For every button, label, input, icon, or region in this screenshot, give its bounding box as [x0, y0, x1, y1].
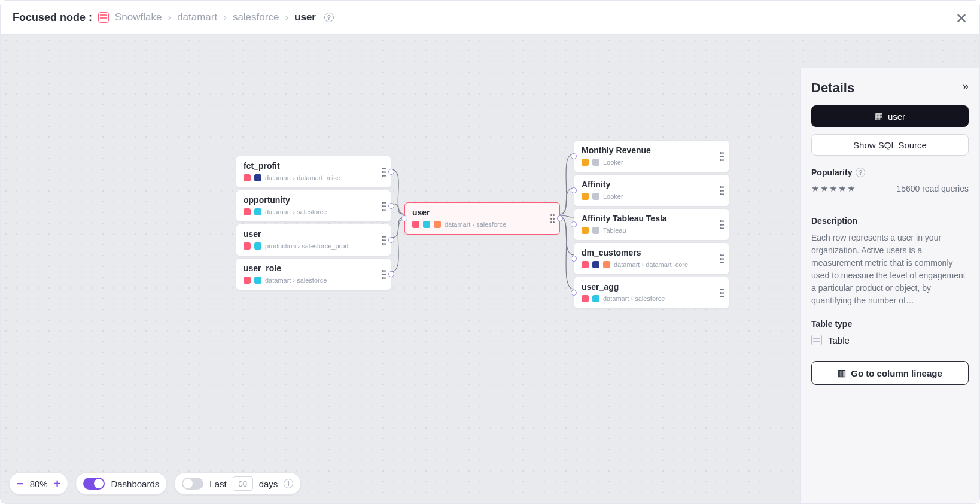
node-port-left[interactable]: [571, 290, 577, 296]
node-path: datamart › salesforce: [603, 295, 665, 302]
node-title: user_role: [244, 263, 384, 273]
entity-chip: ▦ user: [811, 105, 969, 127]
zoom-out-button[interactable]: −: [17, 477, 24, 491]
node-port-left[interactable]: [571, 187, 577, 193]
source-icon: [592, 193, 599, 200]
node-port-left[interactable]: [571, 256, 577, 262]
days-input[interactable]: [233, 476, 253, 491]
node-port-right[interactable]: [557, 215, 563, 221]
lineage-node-downstream[interactable]: Affinity Looker: [574, 174, 729, 207]
last-label: Last: [209, 479, 226, 489]
node-title: dm_customers: [582, 248, 722, 257]
source-icon: [423, 221, 430, 228]
node-title: user: [412, 208, 552, 217]
show-sql-button[interactable]: Show SQL Source: [811, 134, 969, 156]
lineage-node-focused[interactable]: user datamart › salesforce: [404, 202, 560, 235]
drag-handle-icon[interactable]: [719, 145, 724, 167]
source-icon: [244, 277, 251, 284]
drag-handle-icon[interactable]: [381, 263, 386, 285]
source-icon: [592, 227, 599, 234]
chevron-right-icon: ›: [285, 11, 288, 23]
source-icon: [582, 159, 589, 166]
node-port-left[interactable]: [571, 153, 577, 159]
popularity-value: 15600 read queries: [896, 184, 969, 193]
node-path: Tableau: [603, 227, 626, 234]
node-port-right[interactable]: [388, 271, 394, 277]
dashboards-toggle-control: Dashboards: [75, 472, 167, 495]
source-icon: [434, 221, 441, 228]
node-title: fct_profit: [244, 161, 384, 171]
zoom-in-button[interactable]: +: [54, 477, 61, 491]
node-port-left[interactable]: [401, 215, 407, 221]
node-title: Affinity: [582, 180, 722, 189]
table-icon: ▦: [875, 111, 883, 122]
drag-handle-icon[interactable]: [719, 214, 724, 235]
description-text: Each row represents a user in your organ…: [811, 232, 969, 307]
drag-handle-icon[interactable]: [719, 282, 724, 303]
node-port-right[interactable]: [388, 203, 394, 209]
node-port-left[interactable]: [571, 221, 577, 227]
breadcrumb-item[interactable]: datamart: [177, 11, 217, 23]
table-source-icon: [98, 12, 109, 23]
drag-handle-icon[interactable]: [550, 208, 555, 229]
lineage-node-upstream[interactable]: opportunity datamart › salesforce: [236, 190, 391, 222]
close-icon[interactable]: ✕: [955, 10, 967, 27]
breadcrumb-item[interactable]: Snowflake: [115, 11, 162, 23]
breadcrumb: Snowflake › datamart › salesforce › user…: [115, 11, 334, 23]
lineage-node-upstream[interactable]: user_role datamart › salesforce: [236, 258, 391, 290]
breadcrumb-item[interactable]: salesforce: [233, 11, 279, 23]
info-icon[interactable]: ?: [856, 168, 865, 177]
collapse-panel-icon[interactable]: »: [963, 80, 969, 93]
node-path: datamart › salesforce: [265, 208, 327, 215]
table-type-label: Table type: [811, 319, 969, 329]
entity-chip-label: user: [888, 111, 905, 122]
lineage-node-upstream[interactable]: fct_profit datamart › datamart_misc: [236, 156, 391, 188]
chevron-right-icon: ›: [168, 11, 171, 23]
node-path: production › salesforce_prod: [265, 242, 348, 250]
breadcrumb-item-current: user: [294, 11, 316, 23]
breadcrumb-bar: Focused node : Snowflake › datamart › sa…: [1, 1, 979, 34]
info-icon[interactable]: ?: [324, 13, 334, 22]
table-type-value: Table: [828, 335, 850, 345]
canvas-controls: − 80% + Dashboards Last days i: [9, 472, 301, 495]
source-icon: [254, 242, 261, 250]
table-icon: [811, 335, 822, 345]
source-icon: [244, 242, 251, 250]
source-icon: [592, 295, 599, 302]
last-days-toggle[interactable]: [182, 478, 203, 490]
node-title: opportunity: [244, 195, 384, 205]
source-icon: [582, 227, 589, 234]
drag-handle-icon[interactable]: [381, 195, 386, 217]
dashboards-toggle[interactable]: [83, 478, 105, 490]
source-icon: [582, 295, 589, 302]
column-lineage-label: Go to column lineage: [851, 368, 942, 378]
node-path: Looker: [603, 193, 623, 200]
node-title: Affinity Tableau Tesla: [582, 214, 722, 223]
drag-handle-icon[interactable]: [381, 161, 386, 183]
source-icon: [244, 174, 251, 181]
node-path: datamart › salesforce: [265, 277, 327, 284]
lineage-node-downstream[interactable]: dm_customers datamart › datamart_core: [574, 242, 729, 275]
days-label: days: [259, 479, 278, 489]
source-icon: [592, 261, 599, 268]
lineage-node-downstream[interactable]: Monthly Revenue Looker: [574, 140, 729, 172]
source-icon: [412, 221, 419, 228]
columns-icon: ▥: [838, 368, 846, 378]
lineage-canvas[interactable]: fct_profit datamart › datamart_misc oppo…: [1, 34, 979, 503]
lineage-node-downstream[interactable]: Affinity Tableau Tesla Tableau: [574, 208, 729, 241]
node-path: Looker: [603, 159, 623, 166]
zoom-control: − 80% +: [9, 472, 68, 495]
dashboards-label: Dashboards: [111, 479, 159, 489]
lineage-node-downstream[interactable]: user_agg datamart › salesforce: [574, 277, 729, 309]
node-port-right[interactable]: [388, 237, 394, 243]
node-port-right[interactable]: [388, 169, 394, 175]
source-icon: [582, 193, 589, 200]
info-icon[interactable]: i: [284, 479, 293, 488]
column-lineage-button[interactable]: ▥ Go to column lineage: [811, 361, 969, 385]
drag-handle-icon[interactable]: [719, 248, 724, 269]
details-title: Details: [811, 80, 969, 96]
drag-handle-icon[interactable]: [719, 180, 724, 201]
lineage-node-upstream[interactable]: user production › salesforce_prod: [236, 224, 391, 256]
drag-handle-icon[interactable]: [381, 229, 386, 251]
details-panel: Details » ▦ user Show SQL Source Popular…: [800, 68, 979, 503]
